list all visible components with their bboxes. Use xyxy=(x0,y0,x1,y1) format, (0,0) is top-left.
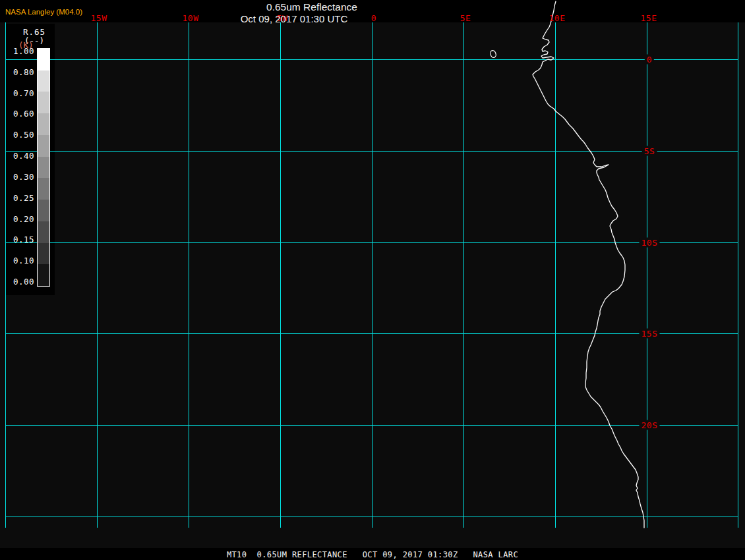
colorbar-tick: 0.30 xyxy=(13,172,34,182)
longitude-label: 10W xyxy=(183,14,199,22)
colorbar-tick: 0.10 xyxy=(13,256,34,266)
footer-caption: MT10 0.65UM REFLECTANCE OCT 09, 2017 01:… xyxy=(0,548,745,559)
colorbar-tick: 0.25 xyxy=(13,193,34,204)
latitude-label: 15S xyxy=(640,329,660,339)
colorbar-band xyxy=(38,49,49,70)
colorbar-swatch xyxy=(37,48,50,287)
colorbar-band xyxy=(38,157,49,179)
latitude-label: 5S xyxy=(642,146,657,156)
colorbar-band xyxy=(38,178,49,200)
latitude-label: 10S xyxy=(640,238,660,248)
colorbar-band xyxy=(38,113,49,135)
colorbar-band xyxy=(38,92,49,113)
colorbar-tick: 0.70 xyxy=(13,88,34,99)
colorbar-tick: 0.50 xyxy=(13,130,34,140)
colorbar-tick: 0.40 xyxy=(13,151,34,161)
colorbar-band xyxy=(38,135,49,157)
colorbar-band xyxy=(38,221,49,243)
map-title: 0.65um Reflectance xyxy=(266,2,357,13)
latitude-label: 20S xyxy=(640,420,660,430)
latitude-label: 0 xyxy=(645,55,654,65)
colorbar-tick: 0.00 xyxy=(13,277,34,287)
colorbar-tick: 0.60 xyxy=(13,109,34,119)
longitude-label: 5E xyxy=(460,14,471,22)
satellite-reflectance-viewer: 15W10W5W05E10E15E 05S10S15S20S R.65 (--)… xyxy=(0,0,745,560)
colorbar-band xyxy=(38,264,49,286)
source-label: NASA Langley (M04.0) xyxy=(5,9,82,16)
colorbar: R.65 (--) (K) 1.000.800.700.600.500.400.… xyxy=(6,24,55,295)
colorbar-tick: 1.00 xyxy=(13,46,34,57)
map-timestamp: Oct 09, 2017 01:30 UTC xyxy=(241,14,348,24)
longitude-label: 15E xyxy=(641,14,657,22)
colorbar-band xyxy=(38,243,49,265)
colorbar-band xyxy=(38,200,49,221)
longitude-label: 15W xyxy=(91,14,107,22)
colorbar-tick: 0.20 xyxy=(13,214,34,225)
longitude-label: 0 xyxy=(371,14,376,22)
map-plot-area xyxy=(0,22,745,548)
colorbar-tick: 0.80 xyxy=(13,67,34,78)
footer-bar: MT10 0.65UM REFLECTANCE OCT 09, 2017 01:… xyxy=(0,548,745,560)
longitude-label: 10E xyxy=(549,14,566,22)
colorbar-band xyxy=(38,70,49,92)
colorbar-tick: 0.15 xyxy=(13,235,34,245)
